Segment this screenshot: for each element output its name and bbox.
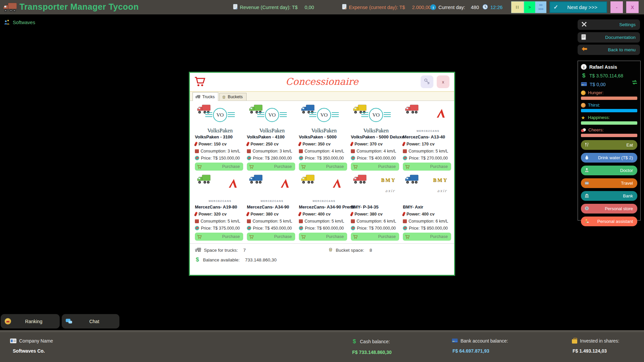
back-to-menu-button[interactable]: Back to menu [578, 45, 640, 55]
cart-icon [197, 164, 202, 169]
app-title: Transporter Manager Tycoon [19, 2, 139, 12]
ranking-button[interactable]: Ranking [1, 314, 60, 328]
consumption-icon [299, 149, 303, 153]
chat-bubbles-icon [66, 319, 72, 324]
truck-power: Power: 150 cv [195, 140, 245, 147]
truck-card-image: BMYaxir [403, 173, 453, 204]
people-icon [4, 19, 10, 25]
doctor-button[interactable]: Doctor [581, 166, 637, 175]
purchase-label: Purchase [358, 164, 396, 169]
truck-card: BMYaxir BMY- P-34-35 Power: 380 cv Consu… [351, 173, 401, 241]
tab-buckets[interactable]: Buckets [219, 93, 246, 101]
ranking-label: Ranking [11, 319, 60, 324]
truck-image [2, 1, 17, 13]
documentation-button[interactable]: Documentation [578, 32, 640, 43]
truck-consumption: Consumption: 5 km/L [403, 147, 453, 155]
truck-card-image: VO VolksPaken [195, 103, 245, 134]
consumption-icon [351, 219, 355, 223]
dialog-close-button[interactable]: x [437, 75, 449, 88]
cart-icon [301, 234, 306, 239]
revenue-value: 0,00 [305, 5, 314, 10]
truck-model-name: MercezCans- A34-90 Premi [299, 204, 349, 210]
volkspaken-logo: VO VolksPaken [195, 103, 245, 134]
cash-balance-value: F$ 733.148.860,30 [352, 350, 392, 355]
truck-consumption: Consumption: 5 km/L [195, 218, 245, 225]
chat-label: Chat [72, 319, 119, 324]
dialog-footer: Space for trucks: 7 Bucket space: 8 Bala… [190, 243, 454, 265]
power-icon [194, 212, 198, 216]
play-button[interactable]: > [524, 1, 535, 13]
consumption-icon [195, 149, 199, 153]
minimize-button[interactable]: - [610, 1, 623, 13]
cart-icon [194, 75, 206, 89]
tab-buckets-label: Buckets [228, 95, 243, 99]
purchase-button[interactable]: Purchase [403, 163, 451, 171]
purchase-button[interactable]: Purchase [351, 233, 399, 241]
bucket-icon [328, 247, 333, 252]
stat-happiness-bar [581, 121, 637, 125]
cart-icon [301, 164, 306, 169]
cutlery-icon [584, 142, 589, 148]
truck-image [195, 247, 201, 252]
dialog-tabbar: Trucks Buckets [190, 92, 454, 101]
company-tag: Softwaves [4, 19, 35, 25]
close-window-button[interactable]: X [626, 1, 639, 13]
chat-button[interactable]: Chat [62, 314, 119, 328]
settings-button[interactable]: Settings [578, 19, 640, 30]
refresh-icon[interactable] [631, 79, 638, 86]
bucket-icon [222, 95, 226, 99]
purchase-button[interactable]: Purchase [299, 163, 347, 171]
purchase-button[interactable]: Purchase [195, 233, 243, 241]
player-card-row: T$ 0,00 [581, 81, 637, 87]
stat-cheers: Cheers: [581, 127, 637, 137]
star-icon [581, 115, 586, 120]
bmy-logo: BMYaxir [403, 173, 453, 204]
drink-water-button[interactable]: Drink water (T$ 2) [581, 153, 637, 163]
purchase-button[interactable]: Purchase [351, 163, 399, 171]
cash-balance-group: Cash balance: F$ 733.148.860,30 [352, 338, 392, 355]
price-icon [247, 226, 251, 230]
truck-model-name: VolksPaken - 3100 [195, 134, 245, 140]
truck-card: VO VolksPaken VolksPaken - 5000 Deluxe P… [351, 103, 401, 171]
stat-hunger-bar [581, 97, 637, 100]
purchase-label: Purchase [254, 164, 292, 169]
bucket-space-label: Bucket space: [336, 248, 364, 253]
eat-button[interactable]: Eat [581, 140, 637, 150]
shares-value: F$ 1.493.124,03 [573, 348, 620, 354]
cash-balance-label: Cash balance: [360, 339, 390, 344]
fast-forward-top: >> [536, 3, 546, 7]
personal-assistant-button[interactable]: Personal assistant [581, 217, 637, 226]
truck-card-image: BMYaxir [351, 173, 401, 204]
personal-assistant-label: Personal assistant [597, 219, 633, 224]
player-cash-row: T$ 3.570.114,68 [581, 72, 637, 79]
expense-value: 2.000,00 [412, 5, 431, 10]
truck-price: Price: T$ 280.000,00 [247, 155, 297, 162]
purchase-button[interactable]: Purchase [299, 233, 347, 241]
volkspaken-logo: VO VolksPaken [351, 103, 401, 134]
bank-button[interactable]: Bank [581, 191, 637, 201]
truck-card-image: MERCEZCANS [403, 103, 453, 134]
documentation-label: Documentation [605, 35, 636, 40]
purchase-button[interactable]: Purchase [195, 163, 243, 171]
check-icon [553, 4, 558, 11]
fast-forward-button[interactable]: >> >>> [535, 1, 546, 13]
price-icon [247, 156, 251, 160]
purchase-button[interactable]: Purchase [247, 233, 295, 241]
pause-button[interactable]: II [511, 1, 524, 13]
keys-button[interactable] [421, 75, 433, 88]
player-cash-value: T$ 3.570.114,68 [589, 73, 623, 78]
invested-icon [572, 339, 577, 344]
next-day-button[interactable]: Next day >>> [549, 1, 607, 13]
personal-store-button[interactable]: $ Personal store [581, 204, 637, 214]
purchase-button[interactable]: Purchase [247, 163, 295, 171]
cart-icon [405, 234, 410, 239]
travel-button[interactable]: Travel [581, 178, 637, 188]
tab-trucks[interactable]: Trucks [193, 92, 218, 101]
price-icon [195, 226, 199, 230]
consumption-icon [403, 149, 407, 153]
bank-balance-group: Bank account balance: F$ 64.697.871,93 [452, 338, 508, 354]
purchase-button[interactable]: Purchase [403, 233, 451, 241]
cart-icon [194, 75, 206, 87]
power-icon [246, 212, 250, 216]
truck-power: Power: 380 cv [247, 210, 297, 218]
